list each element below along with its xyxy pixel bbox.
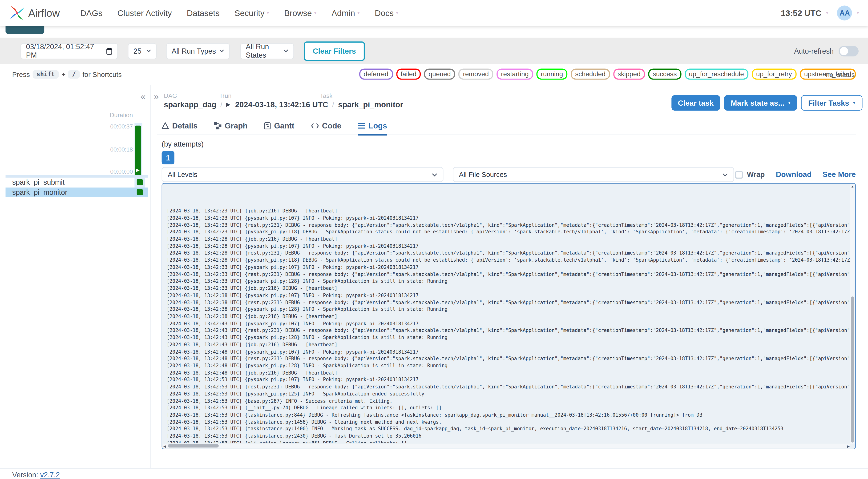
tab-details[interactable]: Details bbox=[162, 117, 198, 134]
task-success-square[interactable] bbox=[137, 179, 143, 185]
chevron-down-icon: ▾ bbox=[358, 10, 360, 15]
duration-tick: 00:00:00 bbox=[110, 168, 133, 175]
airflow-pinwheel-icon bbox=[9, 5, 26, 22]
scroll-left-arrow[interactable]: ◀ bbox=[163, 444, 166, 448]
calendar-icon bbox=[106, 47, 112, 55]
chevron-down-icon bbox=[146, 49, 151, 53]
chevron-down-icon: ▾ bbox=[396, 10, 399, 15]
log-line: [2024-03-18, 13:42:43 UTC] {job.py:216} … bbox=[167, 341, 850, 348]
wrap-label: Wrap bbox=[747, 170, 765, 179]
log-file-sources-select[interactable]: All File Sources bbox=[453, 167, 734, 182]
state-badge[interactable]: scheduled bbox=[571, 69, 610, 80]
tab-graph[interactable]: Graph bbox=[214, 117, 248, 134]
horizontal-scrollbar[interactable]: ◀ ▶ bbox=[163, 444, 850, 448]
breadcrumb-dag-label: DAG bbox=[164, 92, 177, 99]
state-badge[interactable]: deferred bbox=[359, 69, 393, 80]
scroll-right-arrow[interactable]: ▶ bbox=[847, 444, 850, 448]
wrap-checkbox[interactable] bbox=[735, 170, 743, 178]
state-badge[interactable]: success bbox=[648, 69, 681, 80]
run-types-select[interactable]: All Run Types bbox=[166, 43, 229, 59]
state-badge[interactable]: failed bbox=[396, 69, 421, 80]
navbar: Airflow DAGs ▾ Cluster Activity ▾ Datase… bbox=[0, 0, 868, 26]
see-more-link[interactable]: See More bbox=[823, 170, 856, 179]
breadcrumb-task-value[interactable]: spark_pi_monitor bbox=[338, 100, 403, 109]
grid-sidebar: « Duration 00:00:37 00:00:18 00:00:00 ▶ … bbox=[0, 85, 151, 469]
task-success-square[interactable] bbox=[137, 189, 143, 195]
gantt-chart-icon bbox=[264, 122, 271, 129]
version-info: Version: v2.7.2 bbox=[12, 471, 60, 479]
breadcrumb-separator: / bbox=[332, 100, 334, 109]
avatar[interactable]: AA bbox=[837, 6, 852, 21]
state-badge[interactable]: up_for_retry bbox=[752, 69, 797, 80]
clear-filters-button[interactable]: Clear Filters bbox=[304, 41, 365, 60]
log-line: [2024-03-18, 13:42:23 UTC] {job.py:216} … bbox=[167, 207, 850, 215]
state-badge[interactable]: queued bbox=[424, 69, 455, 80]
state-badge[interactable]: removed bbox=[459, 69, 493, 80]
log-line: [2024-03-18, 13:42:48 UTC] {rest.py:231}… bbox=[167, 355, 850, 362]
version-link[interactable]: v2.7.2 bbox=[40, 471, 60, 479]
log-lines-icon bbox=[358, 123, 365, 129]
log-line: [2024-03-18, 13:42:53 UTC] {pyspark_pi.p… bbox=[167, 376, 850, 383]
nav-menu-item[interactable]: Cluster Activity ▾ bbox=[118, 8, 172, 18]
utc-clock[interactable]: 13:52 UTC bbox=[781, 8, 822, 18]
breadcrumb: sparkapp_dag / ▶ 2024-03-18, 13:42:16 UT… bbox=[164, 100, 403, 109]
chevron-down-icon bbox=[219, 49, 224, 53]
breadcrumb-run-label: Run bbox=[220, 92, 231, 99]
run-datetime-input[interactable]: 03/18/2024, 01:52:47 PM bbox=[21, 43, 118, 59]
task-row[interactable]: spark_pi_submit bbox=[6, 178, 148, 187]
slash-key: / bbox=[68, 70, 80, 78]
chevron-down-icon bbox=[432, 173, 437, 176]
log-links: Wrap Download See More bbox=[735, 170, 856, 179]
wrap-option: Wrap bbox=[735, 170, 765, 179]
log-line: [2024-03-18, 13:42:43 UTC] {rest.py:231}… bbox=[167, 327, 850, 334]
nav-menu-item[interactable]: Docs ▾ bbox=[375, 8, 398, 18]
expand-panel-icon[interactable]: » bbox=[154, 92, 159, 102]
auto-refresh-toggle[interactable] bbox=[839, 45, 859, 56]
state-badge[interactable]: up_for_reschedule bbox=[685, 69, 748, 80]
attempt-1-button[interactable]: 1 bbox=[162, 151, 175, 164]
state-badge[interactable]: skipped bbox=[613, 69, 645, 80]
nav-menu-item[interactable]: Security ▾ bbox=[235, 8, 269, 18]
clear-task-button[interactable]: Clear task bbox=[671, 95, 720, 110]
log-line: [2024-03-18, 13:42:23 UTC] {rest.py:231}… bbox=[167, 222, 850, 229]
chevron-down-icon: ▾ bbox=[267, 10, 269, 15]
state-legend: deferred failed queued removed restartin… bbox=[359, 69, 856, 80]
filter-tasks-button[interactable]: Filter Tasks ▾ bbox=[801, 95, 862, 110]
log-levels-select[interactable]: All Levels bbox=[162, 167, 443, 182]
page-size-select[interactable]: 25 bbox=[128, 43, 157, 59]
log-line: [2024-03-18, 13:42:28 UTC] {rest.py:231}… bbox=[167, 250, 850, 257]
mark-state-button[interactable]: Mark state as... ▾ bbox=[724, 95, 797, 110]
nav-menu-item[interactable]: Datasets ▾ bbox=[187, 8, 219, 18]
tab-code[interactable]: Code bbox=[311, 117, 341, 134]
airflow-logo[interactable]: Airflow bbox=[9, 5, 60, 22]
tab-logs[interactable]: Logs bbox=[358, 117, 387, 135]
log-line: [2024-03-18, 13:42:38 UTC] {rest.py:231}… bbox=[167, 299, 850, 306]
nav-menu-item[interactable]: Admin ▾ bbox=[332, 8, 360, 18]
breadcrumb-run-value[interactable]: 2024-03-18, 13:42:16 UTC bbox=[235, 100, 328, 109]
auto-refresh-group: Auto-refresh bbox=[794, 45, 859, 56]
log-line: [2024-03-18, 13:42:33 UTC] {pyspark_pi.p… bbox=[167, 264, 850, 271]
grid-header-divider bbox=[6, 175, 148, 178]
state-badge[interactable]: restarting bbox=[496, 69, 533, 80]
breadcrumb-dag-value[interactable]: sparkapp_dag bbox=[164, 100, 216, 109]
task-row[interactable]: spark_pi_monitor bbox=[6, 187, 148, 197]
run-states-select[interactable]: All Run States bbox=[240, 43, 294, 59]
state-badge[interactable]: running bbox=[536, 69, 567, 80]
vertical-scrollbar[interactable]: ▲ bbox=[850, 184, 855, 444]
log-line: [2024-03-18, 13:42:33 UTC] {job.py:216} … bbox=[167, 285, 850, 292]
collapse-sidebar-icon[interactable]: « bbox=[141, 92, 146, 102]
legend-bar: Press shift + / for Shortcuts deferred f… bbox=[0, 64, 868, 85]
nav-menu-item[interactable]: DAGs ▾ bbox=[80, 8, 102, 18]
manual-trigger-icon: ▶ bbox=[226, 102, 230, 107]
log-output-box[interactable]: [2024-03-18, 13:42:23 UTC] {job.py:216} … bbox=[162, 183, 856, 449]
nav-menu-item[interactable]: Browse ▾ bbox=[284, 8, 317, 18]
log-line: [2024-03-18, 13:42:53 UTC] {base.py:287}… bbox=[167, 397, 850, 405]
vertical-scroll-thumb[interactable] bbox=[851, 296, 854, 443]
horizontal-scroll-thumb[interactable] bbox=[167, 444, 218, 447]
tab-gantt[interactable]: Gantt bbox=[264, 117, 294, 134]
filter-bar: 03/18/2024, 01:52:47 PM 25 All Run Types… bbox=[0, 38, 868, 64]
chevron-down-icon: ▾ bbox=[788, 101, 790, 105]
log-line: [2024-03-18, 13:42:43 UTC] {pyspark_pi.p… bbox=[167, 320, 850, 327]
scroll-up-arrow[interactable]: ▲ bbox=[851, 185, 854, 188]
download-link[interactable]: Download bbox=[776, 170, 811, 179]
